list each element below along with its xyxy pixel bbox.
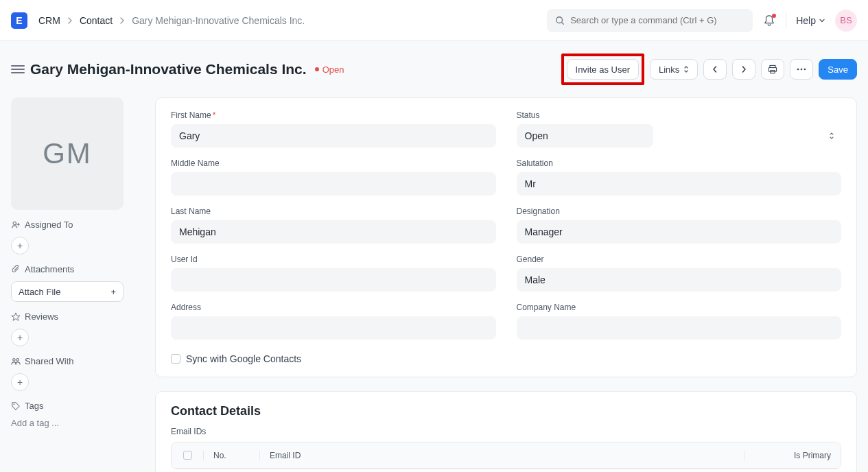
help-menu[interactable]: Help [796,15,825,26]
user-id-input[interactable] [171,268,496,292]
status-input[interactable] [517,124,653,148]
reviews-group: Reviews + [11,311,124,346]
svg-point-10 [14,403,15,405]
hamburger-icon[interactable] [11,62,25,76]
table-primary-col: Is Primary [744,451,841,460]
add-shared-button[interactable]: + [11,373,29,391]
assigned-to-label: Assigned To [11,220,124,230]
table-checkbox-col[interactable] [172,451,203,460]
chevron-down-icon [819,17,825,24]
assigned-to-group: Assigned To + [11,220,124,255]
first-name-input[interactable] [171,124,496,148]
middle-name-label: Middle Name [171,158,496,168]
salutation-field: Salutation [517,158,842,196]
reviews-text: Reviews [25,311,58,322]
first-name-label-text: First Name [171,110,211,120]
search-input-container[interactable] [547,9,753,32]
notifications-icon[interactable] [762,14,776,27]
sync-google-row[interactable]: Sync with Google Contacts [171,353,841,364]
designation-field: Designation [517,206,842,244]
attach-file-label: Attach File [19,287,60,297]
app-logo[interactable]: E [11,12,27,29]
tags-text: Tags [25,401,43,411]
email-table-head: No. Email ID Is Primary [172,442,841,469]
tags-label: Tags [11,401,124,411]
content-region: Gary Mehigan-Innovative Chemicals Inc. O… [0,41,868,472]
attach-file-button[interactable]: Attach File + [11,281,124,302]
middle-name-field: Middle Name [171,158,496,196]
search-input[interactable] [570,15,744,25]
body-layout: GM Assigned To + Attachments Attach File… [0,97,868,472]
form-grid: First Name* Status Middle Nam [171,110,841,364]
status-text: Open [322,64,344,75]
add-tag-input[interactable]: Add a tag ... [11,418,124,428]
chevron-right-icon [67,17,73,24]
next-button[interactable] [732,59,755,80]
sidebar: GM Assigned To + Attachments Attach File… [0,97,134,472]
users-icon [11,357,21,366]
status-select[interactable] [517,124,842,148]
gender-input[interactable] [517,268,842,292]
salutation-input[interactable] [517,172,842,196]
links-label: Links [659,64,679,75]
svg-point-9 [16,358,19,361]
attachments-label: Attachments [11,264,124,274]
last-name-input[interactable] [171,220,496,244]
designation-input[interactable] [517,220,842,244]
vertical-divider [786,12,786,29]
printer-icon [767,64,778,75]
address-field: Address [171,303,496,340]
topbar-right: Help BS [547,9,857,32]
email-table: No. Email ID Is Primary [171,442,841,469]
more-horizontal-icon [797,68,806,71]
required-icon: * [213,110,216,120]
address-input[interactable] [171,316,496,340]
save-button[interactable]: Save [819,59,857,80]
salutation-label: Salutation [517,158,842,168]
middle-name-input[interactable] [171,172,496,196]
sort-icon [683,65,689,73]
add-assigned-button[interactable]: + [11,237,29,255]
last-name-field: Last Name [171,206,496,244]
print-button[interactable] [761,59,784,80]
email-ids-label: Email IDs [171,427,841,436]
tags-group: Tags Add a tag ... [11,401,124,428]
search-icon [555,16,565,25]
status-field: Status [517,110,842,148]
shared-with-text: Shared With [25,356,74,366]
address-label: Address [171,303,496,312]
notification-dot-icon [772,14,776,18]
status-dot-icon [315,67,319,71]
star-icon [11,312,21,322]
attachments-text: Attachments [25,264,74,274]
select-chevrons-icon [829,132,834,140]
first-name-field: First Name* [171,110,496,148]
company-name-input[interactable] [517,316,842,340]
links-button[interactable]: Links [650,59,698,80]
assigned-to-text: Assigned To [25,220,73,230]
contact-avatar[interactable]: GM [11,97,124,210]
breadcrumb-root[interactable]: CRM [38,15,60,26]
chevron-left-icon [712,65,718,73]
help-label: Help [796,15,816,26]
table-select-all-checkbox[interactable] [183,451,192,460]
plus-icon: + [110,287,116,297]
user-id-field: User Id [171,255,496,292]
add-review-button[interactable]: + [11,329,29,346]
company-name-field: Company Name [517,303,842,340]
invite-as-user-button[interactable]: Invite as User [567,59,639,80]
more-button[interactable] [790,59,813,80]
gender-label: Gender [517,255,842,264]
shared-with-label: Shared With [11,356,124,366]
svg-point-6 [804,69,806,71]
titlebar: Gary Mehigan-Innovative Chemicals Inc. O… [0,41,868,97]
status-badge: Open [315,64,344,75]
sync-google-checkbox[interactable] [171,354,180,364]
breadcrumb-current: Gary Mehigan-Innovative Chemicals Inc. [132,15,305,26]
breadcrumb: CRM Contact Gary Mehigan-Innovative Chem… [38,15,305,26]
attachments-group: Attachments Attach File + [11,264,124,302]
title-actions: Invite as User Links Save [561,54,857,85]
prev-button[interactable] [703,59,727,80]
breadcrumb-section[interactable]: Contact [80,15,113,26]
user-avatar[interactable]: BS [835,10,857,32]
